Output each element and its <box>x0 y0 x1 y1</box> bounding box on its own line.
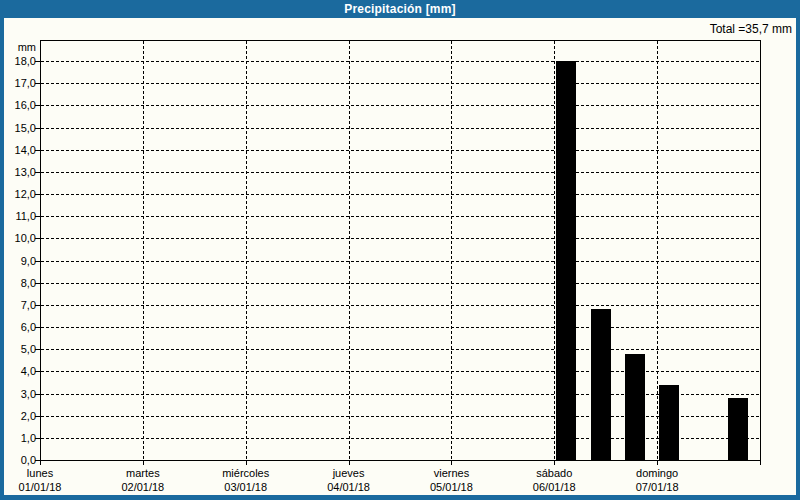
x-day-weekday-label: sábado <box>504 467 604 480</box>
x-day-date-label: 03/01/18 <box>196 481 296 494</box>
y-tick-label: 17,0 <box>0 77 36 90</box>
y-gridline <box>41 416 759 417</box>
y-gridline <box>41 238 759 239</box>
precipitation-bar <box>625 354 645 460</box>
y-gridline <box>41 128 759 129</box>
chart-titlebar: Precipitación [mm] <box>0 0 800 18</box>
x-gridline <box>349 41 350 459</box>
y-tick-label: 4,0 <box>0 365 36 378</box>
window-border-left <box>0 18 4 500</box>
y-gridline <box>41 105 759 106</box>
y-tick-label: 16,0 <box>0 99 36 112</box>
x-gridline <box>143 41 144 459</box>
y-tick-label: 6,0 <box>0 321 36 334</box>
x-tick <box>246 461 247 465</box>
y-tick-label: 18,0 <box>0 55 36 68</box>
precipitation-bar <box>556 61 576 460</box>
total-label: Total =35,7 mm <box>710 22 792 36</box>
y-tick-label: 11,0 <box>0 210 36 223</box>
x-day-date-label: 02/01/18 <box>93 481 193 494</box>
x-tick <box>657 461 658 465</box>
precipitation-bar <box>659 385 679 460</box>
x-day-date-label: 05/01/18 <box>401 481 501 494</box>
chart-title: Precipitación [mm] <box>344 2 456 16</box>
x-tick <box>40 461 41 465</box>
precipitation-bar <box>728 398 748 460</box>
plot-area <box>40 40 761 461</box>
x-day-weekday-label: jueves <box>299 467 399 480</box>
y-tick-label: 5,0 <box>0 343 36 356</box>
y-tick-label: 15,0 <box>0 122 36 135</box>
y-gridline <box>41 216 759 217</box>
precipitation-bar <box>591 309 611 460</box>
y-tick-label: 3,0 <box>0 388 36 401</box>
y-tick-label: 12,0 <box>0 188 36 201</box>
y-gridline <box>41 283 759 284</box>
x-day-weekday-label: miércoles <box>196 467 296 480</box>
x-day-weekday-label: lunes <box>0 467 90 480</box>
y-gridline <box>41 61 759 62</box>
y-gridline <box>41 327 759 328</box>
y-gridline <box>41 394 759 395</box>
x-day-weekday-label: viernes <box>401 467 501 480</box>
y-gridline <box>41 83 759 84</box>
x-day-date-label: 07/01/18 <box>607 481 707 494</box>
x-tick <box>143 461 144 465</box>
x-gridline <box>451 41 452 459</box>
y-gridline <box>41 261 759 262</box>
y-tick-label: 1,0 <box>0 432 36 445</box>
x-gridline <box>246 41 247 459</box>
y-tick-label: 7,0 <box>0 299 36 312</box>
x-gridline <box>657 41 658 459</box>
x-tick <box>554 461 555 465</box>
y-gridline <box>41 150 759 151</box>
y-tick-label: 9,0 <box>0 255 36 268</box>
y-gridline <box>41 194 759 195</box>
x-day-date-label: 06/01/18 <box>504 481 604 494</box>
y-tick-label: 10,0 <box>0 232 36 245</box>
x-tick <box>760 461 761 465</box>
y-tick-label: 2,0 <box>0 410 36 423</box>
window-border-right <box>796 18 800 500</box>
y-tick-label: 0,0 <box>0 454 36 467</box>
y-tick-label: 8,0 <box>0 277 36 290</box>
x-day-date-label: 04/01/18 <box>299 481 399 494</box>
y-axis-unit-label: mm <box>0 41 36 54</box>
x-tick <box>349 461 350 465</box>
x-day-weekday-label: martes <box>93 467 193 480</box>
x-tick <box>451 461 452 465</box>
precipitation-chart-window: Precipitación [mm] Total =35,7 mm 0,01,0… <box>0 0 800 500</box>
y-tick-label: 14,0 <box>0 144 36 157</box>
y-gridline <box>41 438 759 439</box>
y-tick-label: 13,0 <box>0 166 36 179</box>
y-gridline <box>41 172 759 173</box>
x-gridline <box>554 41 555 459</box>
y-gridline <box>41 349 759 350</box>
x-day-date-label: 01/01/18 <box>0 481 90 494</box>
y-gridline <box>41 305 759 306</box>
y-gridline <box>41 371 759 372</box>
window-border-bottom <box>0 495 800 500</box>
x-day-weekday-label: domingo <box>607 467 707 480</box>
